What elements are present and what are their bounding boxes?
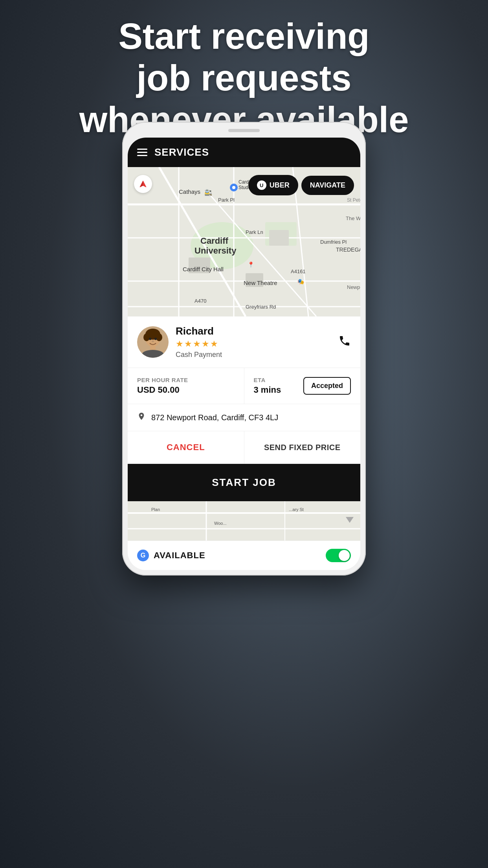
svg-text:🚉: 🚉 [204, 189, 212, 196]
map-buttons-container: U UBER NAVIGATE [248, 175, 354, 195]
phone-shell: SERVICES [122, 122, 366, 576]
hamburger-menu-icon[interactable] [137, 149, 147, 156]
google-logo: G [137, 550, 149, 561]
rate-box: PER HOUR RATE USD 50.00 [128, 368, 244, 404]
map-area: Park Pl Park Ln A4161 A470 Greyfriars Rd… [128, 167, 360, 316]
svg-text:University: University [194, 246, 237, 256]
send-fixed-price-button[interactable]: SEND FIXED PRICE [244, 431, 361, 463]
svg-point-29 [232, 186, 235, 189]
address-row: 872 Newport Road, Cardiff, CF3 4LJ [128, 404, 360, 431]
rate-value: USD 50.00 [137, 385, 235, 395]
rate-eta-row: PER HOUR RATE USD 50.00 ETA 3 mins Accep… [128, 368, 360, 404]
svg-text:Plan: Plan [151, 507, 160, 512]
svg-text:Newport...: Newport... [347, 284, 360, 290]
call-icon[interactable] [338, 335, 351, 350]
action-row: CANCEL SEND FIXED PRICE [128, 431, 360, 464]
phone-speaker [228, 129, 260, 132]
bottom-map-strip: Plan Woo... ...ary St [128, 501, 360, 541]
page-title: SERVICES [154, 146, 209, 158]
driver-avatar [137, 326, 169, 358]
svg-rect-47 [150, 346, 156, 350]
svg-text:St Pete...: St Pete... [347, 197, 360, 203]
svg-text:New Theatre: New Theatre [244, 280, 277, 286]
svg-text:Woo...: Woo... [214, 521, 227, 526]
svg-point-46 [152, 340, 154, 342]
available-toggle[interactable] [326, 549, 351, 562]
svg-text:Cardiff City Hall: Cardiff City Hall [183, 266, 224, 272]
rate-label: PER HOUR RATE [137, 377, 235, 383]
eta-value: 3 mins [254, 385, 298, 395]
svg-text:🎭: 🎭 [297, 278, 305, 285]
svg-point-42 [143, 333, 150, 341]
headline-line1: Start receiving [118, 16, 369, 56]
svg-point-44 [149, 338, 151, 340]
available-label: AVAILABLE [154, 550, 205, 561]
eta-info: ETA 3 mins [254, 377, 298, 395]
address-pin-icon [137, 412, 146, 423]
svg-point-45 [154, 338, 157, 340]
toggle-knob [339, 550, 350, 561]
driver-card: Richard ★★★★★ Cash Payment [128, 316, 360, 368]
svg-text:Cardiff: Cardiff [200, 236, 229, 246]
phone-screen: SERVICES [128, 138, 360, 570]
svg-text:Cathays: Cathays [179, 188, 200, 195]
svg-text:A4161: A4161 [291, 268, 306, 274]
top-bar: SERVICES [128, 138, 360, 167]
svg-point-43 [156, 333, 162, 341]
svg-text:TREDEGA: TREDEGA [336, 246, 360, 253]
available-bar: G AVAILABLE [128, 541, 360, 570]
driver-rating: ★★★★★ [176, 339, 331, 349]
uber-logo: U [257, 180, 266, 190]
svg-text:...ary St: ...ary St [289, 507, 304, 512]
svg-text:📍: 📍 [248, 261, 255, 268]
svg-text:Greyfriars Rd: Greyfriars Rd [246, 304, 276, 310]
available-left: G AVAILABLE [137, 550, 205, 561]
eta-label: ETA [254, 377, 298, 383]
svg-text:Park Ln: Park Ln [246, 229, 263, 235]
svg-text:A470: A470 [194, 298, 206, 304]
driver-name: Richard [176, 325, 331, 337]
svg-rect-14 [269, 230, 289, 246]
uber-label: UBER [270, 181, 290, 189]
address-text: 872 Newport Road, Cardiff, CF3 4LJ [151, 413, 278, 422]
driver-payment: Cash Payment [176, 351, 331, 359]
navigate-button[interactable]: NAVIGATE [301, 176, 354, 195]
svg-text:Park Pl: Park Pl [218, 197, 235, 203]
headline-line2: job requests [136, 58, 351, 98]
start-job-button[interactable]: START JOB [128, 464, 360, 501]
svg-rect-49 [128, 501, 360, 541]
svg-text:Dumfries Pl: Dumfries Pl [320, 239, 347, 245]
uber-button[interactable]: U UBER [248, 175, 298, 195]
eta-box: ETA 3 mins Accepted [244, 368, 361, 404]
cancel-button[interactable]: CANCEL [128, 431, 244, 463]
svg-text:The Walk: The Walk [346, 215, 360, 221]
accepted-badge: Accepted [303, 377, 351, 395]
location-button[interactable] [134, 175, 152, 193]
driver-info: Richard ★★★★★ Cash Payment [176, 325, 331, 359]
